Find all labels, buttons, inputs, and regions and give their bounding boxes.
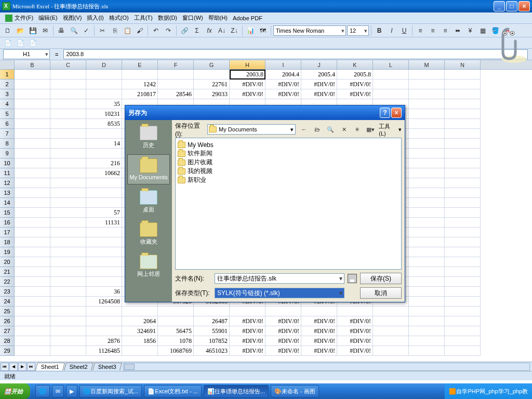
cell[interactable] [50, 208, 86, 218]
cell[interactable]: 2005.4 [301, 70, 337, 79]
col-header-H[interactable]: H [230, 60, 265, 69]
row-header[interactable]: 6 [0, 119, 15, 129]
cell[interactable] [15, 247, 50, 257]
fx-icon[interactable]: fx [204, 25, 215, 36]
cell[interactable] [15, 346, 50, 356]
cell[interactable] [15, 267, 50, 277]
cell[interactable]: 28546 [158, 89, 194, 99]
cell[interactable] [445, 158, 481, 168]
cell[interactable]: 26487 [194, 316, 230, 326]
cell[interactable]: 4651023 [194, 346, 230, 356]
cell[interactable] [409, 228, 445, 237]
row-header[interactable]: 21 [0, 267, 15, 277]
cell[interactable] [122, 70, 158, 79]
cell[interactable]: 1078 [158, 336, 194, 346]
borders-icon[interactable]: ▦ [477, 25, 488, 36]
cell[interactable] [445, 119, 481, 129]
place-desktop[interactable]: 桌面 [127, 187, 170, 217]
up-icon[interactable]: 🗁 [312, 124, 323, 135]
cell[interactable] [409, 297, 445, 307]
cell[interactable] [409, 79, 445, 89]
cell[interactable] [50, 178, 86, 188]
minimize-button[interactable]: _ [494, 1, 505, 11]
cell[interactable] [50, 79, 86, 89]
cell[interactable] [15, 257, 50, 267]
cell[interactable] [15, 297, 50, 307]
row-header[interactable]: 24 [0, 297, 15, 307]
paste-icon[interactable]: 📋 [122, 25, 133, 36]
cell[interactable]: #DIV/0! [230, 89, 265, 99]
cell[interactable] [373, 316, 409, 326]
cell[interactable] [15, 208, 50, 218]
cell[interactable]: 324691 [122, 326, 158, 336]
cell[interactable] [86, 257, 122, 267]
cell[interactable] [50, 316, 86, 326]
cut-icon[interactable]: ✂ [97, 25, 108, 36]
cell[interactable]: #DIV/0! [337, 326, 373, 336]
cell[interactable] [86, 79, 122, 89]
cell[interactable] [86, 267, 122, 277]
row-header[interactable]: 5 [0, 109, 15, 119]
cell[interactable]: #DIV/0! [265, 79, 301, 89]
map-icon[interactable]: 🗺 [257, 25, 269, 36]
cell[interactable]: 8535 [86, 119, 122, 129]
tab-sheet1[interactable]: Sheet1 [35, 363, 65, 370]
row-header[interactable]: 26 [0, 316, 15, 326]
cell[interactable]: 57 [86, 208, 122, 218]
chart-icon[interactable]: 📊 [245, 25, 256, 36]
cell[interactable] [445, 287, 481, 297]
cell[interactable] [50, 188, 86, 198]
pdf-icon3[interactable]: 📄 [27, 37, 38, 49]
cell[interactable] [50, 149, 86, 158]
folder-item[interactable]: 新职业 [178, 176, 399, 184]
menu-help[interactable]: 帮助(H) [206, 13, 230, 23]
cell[interactable] [86, 316, 122, 326]
cell[interactable] [86, 89, 122, 99]
system-tray[interactable]: 🟧 自学PHP网_php学习_php教 [445, 383, 532, 399]
tab-nav-last[interactable]: ⏭ [27, 363, 35, 371]
row-header[interactable]: 28 [0, 336, 15, 346]
cell[interactable]: #DIV/0! [337, 336, 373, 346]
dialog-titlebar[interactable]: 另存为 ? × [125, 105, 405, 120]
cell[interactable] [50, 346, 86, 356]
cell[interactable] [409, 119, 445, 129]
currency-icon[interactable]: ¥ [464, 25, 476, 36]
cell[interactable]: #DIV/0! [337, 316, 373, 326]
cell[interactable] [445, 277, 481, 287]
filetype-select[interactable]: SYLK(符号链接) (*.slk) [215, 288, 344, 298]
cell[interactable]: #DIV/0! [265, 336, 301, 346]
pdf-icon2[interactable]: 📄 [15, 37, 26, 49]
tools-menu[interactable]: 工具(L) [379, 123, 395, 137]
cell[interactable] [445, 307, 481, 316]
cell[interactable] [194, 307, 230, 316]
cell[interactable]: #DIV/0! [265, 89, 301, 99]
save-location-select[interactable]: My Documents [207, 124, 296, 135]
cell[interactable] [445, 79, 481, 89]
cell[interactable] [15, 178, 50, 188]
cell[interactable]: #DIV/0! [230, 346, 265, 356]
cell[interactable] [409, 198, 445, 208]
quick-launch[interactable]: 🌐 [35, 385, 50, 397]
cell[interactable] [445, 129, 481, 139]
cell[interactable] [50, 99, 86, 109]
menu-data[interactable]: 数据(D) [156, 13, 179, 23]
cell[interactable] [409, 316, 445, 326]
cell[interactable] [445, 326, 481, 336]
cell[interactable] [409, 89, 445, 99]
cell[interactable] [230, 307, 265, 316]
tab-nav-prev[interactable]: ◀ [9, 363, 18, 371]
cell[interactable] [50, 326, 86, 336]
cell[interactable] [50, 129, 86, 139]
cell[interactable] [15, 129, 50, 139]
cell[interactable] [86, 198, 122, 208]
place-history[interactable]: 历史 [127, 122, 170, 152]
cell[interactable]: 55901 [194, 326, 230, 336]
cell[interactable] [50, 70, 86, 79]
cell[interactable] [409, 277, 445, 287]
print-icon[interactable]: 🖶 [56, 25, 67, 36]
cell[interactable] [373, 70, 409, 79]
cell[interactable]: 11131 [86, 218, 122, 228]
redo-icon[interactable]: ↷ [163, 25, 174, 36]
cell[interactable] [409, 70, 445, 79]
cell[interactable]: 10662 [86, 168, 122, 178]
